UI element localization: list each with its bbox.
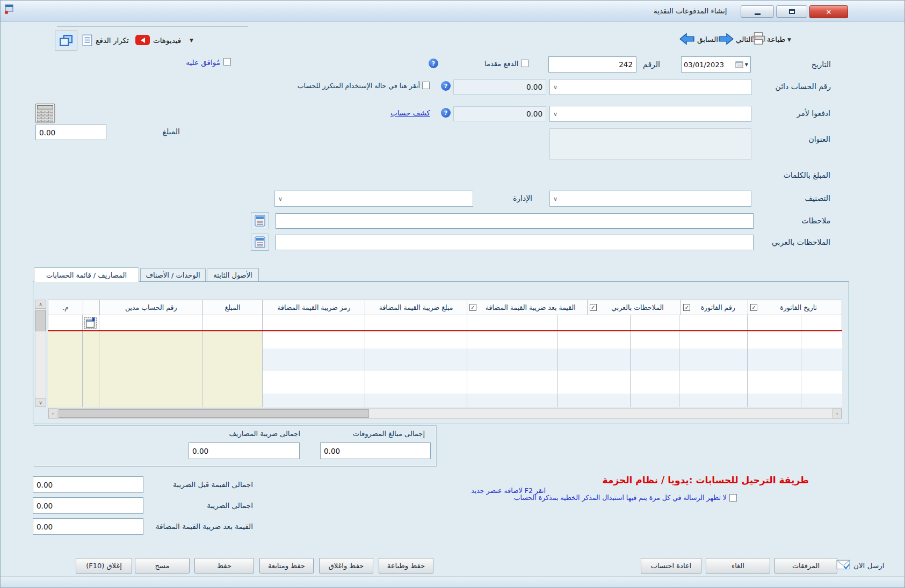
total-tax-input[interactable]: 0.00 [33,497,143,514]
suppress-message-checkbox[interactable] [729,494,737,502]
cancel-button[interactable]: الغاء [706,558,770,574]
expenses-total-input[interactable]: 0.00 [320,442,431,459]
tab-units-items[interactable]: الوحدات / الأصناف [140,268,206,282]
notes-arabic-template-button[interactable] [251,234,269,251]
help-icon[interactable]: ? [441,108,451,118]
checked-checkbox-icon[interactable]: ✓ [683,304,690,311]
scroll-right-button[interactable]: › [832,409,842,418]
toolbar-print[interactable]: طباعة [767,35,785,43]
app-icon [4,4,15,14]
recurring-account-checkbox[interactable] [422,82,430,89]
toolbar-dropdown-caret-icon[interactable]: ▼ [190,38,193,43]
restore-layout-button[interactable] [55,31,77,50]
play-triangle-icon [141,38,145,43]
calculator-icon[interactable] [34,103,56,124]
current-row-indicator [48,330,842,331]
maximize-button[interactable] [776,5,807,18]
value-after-vat-input[interactable]: 0.00 [33,518,143,535]
save-continue-button[interactable]: حفظ ومتابعة [259,558,314,574]
notes-arabic-input[interactable] [276,235,754,250]
notes-template-button[interactable] [251,212,269,229]
amount-label: المبلغ [147,127,180,136]
previous-arrow-icon[interactable] [679,32,695,46]
grid-row-stripe [262,394,842,407]
column-header-amount[interactable]: المبلغ [202,300,263,315]
date-label: التاريخ [803,60,831,69]
save-print-button[interactable]: حفظ وطباعة [379,558,433,574]
number-input[interactable]: 242 [548,56,636,72]
save-close-button[interactable]: حفظ واغلاق [319,558,373,574]
window-footer [1,576,905,588]
minimize-icon [755,13,761,15]
checked-checkbox-icon[interactable]: ✓ [590,304,597,311]
approved-checkbox[interactable] [223,58,231,66]
column-header-notes-arabic[interactable]: الملاحظات بالعربي ✓ [587,300,681,315]
column-header-value-after-vat[interactable]: القيمة بعد ضريبة القيمة المضافة ✓ [467,300,587,315]
classification-combo[interactable]: ∨ [549,191,751,207]
send-now-button[interactable]: ارسل الان [853,561,884,570]
toolbar-next[interactable]: التالي [736,35,752,43]
column-header-vat-amount[interactable]: مبلغ ضريبة القيمة المضافة [365,300,467,315]
pay-to-order-combo[interactable]: ∨ [549,106,751,122]
save-button[interactable]: حفظ [194,558,254,574]
toolbar-videos[interactable]: فيديوهات [153,36,181,45]
column-header-blank [83,300,99,315]
vertical-scroll-thumb[interactable] [35,310,46,331]
recalculate-button[interactable]: اعادة احتساب [641,558,701,574]
amount-in-words-label: المبلغ بالكلمات [763,171,830,179]
amount-input[interactable]: 0.00 [35,125,106,140]
close-icon: ✕ [826,9,832,16]
grid-row-stripe [262,349,842,371]
advance-payment-label: الدفع مقدما [458,60,518,68]
account-statement-link[interactable]: كشف حساب [384,108,430,117]
expenses-tax-label: اجمالى ضريبة المصاريف [216,430,300,438]
column-header-row-number[interactable]: م. [48,300,83,315]
chevron-down-icon: ∨ [553,84,558,90]
help-icon[interactable]: ? [429,59,438,68]
email-envelope-icon[interactable] [836,560,850,570]
repeat-payment-icon[interactable] [82,34,93,46]
minimize-button[interactable] [741,5,774,18]
column-header-invoice-number[interactable]: رقم الفاتورة ✓ [680,300,748,315]
column-header-debit-account[interactable]: رقم الحساب مدين [99,300,202,315]
pay-to-order-label: ادفعوا لأمر [781,109,830,118]
expenses-tax-input[interactable]: 0.00 [189,442,300,459]
attachments-button[interactable]: المرفقات [774,558,837,574]
clear-button[interactable]: مسح [135,558,190,574]
printer-icon[interactable] [751,31,766,46]
cell-picker-icon[interactable] [84,317,97,329]
address-textarea[interactable] [549,128,751,159]
youtube-icon[interactable] [135,35,150,45]
department-combo[interactable]: ∨ [274,191,473,207]
tab-expenses-accounts[interactable]: المصاريف / قائمة الحسابات [34,267,139,282]
grid-editable-area[interactable] [48,331,262,407]
approved-label: مُوافق عليه [160,58,220,67]
scroll-up-button[interactable]: ∧ [35,300,46,309]
close-button[interactable]: ✕ [809,5,848,18]
column-header-invoice-date[interactable]: تاريخ الفاتورة ✓ [748,300,842,315]
checked-checkbox-icon[interactable]: ✓ [750,304,757,311]
grid-line [801,315,801,407]
classification-label: التصنيف [799,194,830,202]
column-header-vat-code[interactable]: رمز ضريبة القيمة المضافة [262,300,365,315]
close-f10-button[interactable]: إغلاق (F10) [76,558,132,574]
help-icon[interactable]: ? [441,81,451,91]
next-arrow-icon[interactable] [718,32,734,46]
grid-line [630,315,631,407]
toolbar-previous[interactable]: السابق [697,35,718,43]
total-before-tax-input[interactable]: 0.00 [33,476,143,493]
toolbar-repeat-payment[interactable]: تكرار الدفع [96,36,129,45]
chevron-down-icon: ∨ [553,111,558,117]
checked-checkbox-icon[interactable]: ✓ [469,304,476,311]
notes-input[interactable] [276,213,754,229]
scroll-left-button[interactable]: ‹ [48,409,57,418]
tab-fixed-assets[interactable]: الأصول الثابتة [207,268,259,282]
horizontal-scroll-thumb[interactable] [59,409,369,418]
date-picker[interactable]: 03/01/2023 ▼ [681,56,751,72]
credit-account-combo[interactable]: ∨ [549,79,751,95]
print-dropdown-caret-icon[interactable]: ▼ [787,37,791,42]
grid-current-row[interactable] [48,315,842,331]
scroll-down-button[interactable]: ∨ [35,398,46,407]
window-title: إنشاء المدفوعات النقدية [654,6,743,15]
advance-payment-checkbox[interactable] [521,60,528,67]
